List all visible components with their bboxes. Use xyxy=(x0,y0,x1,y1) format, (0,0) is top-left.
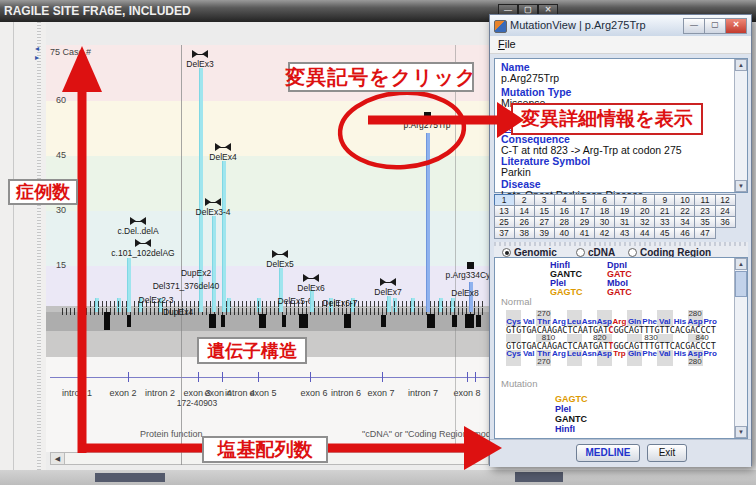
mutation-label[interactable]: DelEx5 xyxy=(266,259,293,269)
deletion-marker-icon[interactable] xyxy=(215,143,231,152)
mutation-label[interactable]: p.Arg275Trp xyxy=(404,120,451,130)
axis-tick xyxy=(310,372,311,382)
deletion-marker-icon[interactable] xyxy=(192,50,208,59)
exon-tab-47[interactable]: 47 xyxy=(694,227,715,239)
medline-button[interactable]: MEDLINE xyxy=(576,444,640,462)
sequence-panel: HinfIDpnIGANTCGATCPleIMboIGAGTCGATC Norm… xyxy=(494,257,748,439)
popup-minimize-button[interactable]: — xyxy=(683,18,705,34)
axis-tick xyxy=(475,372,476,382)
codon-number-row-cell xyxy=(597,358,612,366)
exon-tab-39[interactable]: 39 xyxy=(534,227,555,239)
codon-number-row: 270280 xyxy=(506,358,718,366)
amino-acid-row-mutant-cell: Asn xyxy=(582,350,597,358)
exon-tab-45[interactable]: 45 xyxy=(654,227,675,239)
radio-icon[interactable] xyxy=(576,248,585,257)
annotation-show-detail: 変異詳細情報を表示 xyxy=(511,103,703,135)
amino-acid-row-mutant-cell: Phe xyxy=(642,350,657,358)
mutation-label[interactable]: c.Del..delA xyxy=(117,226,158,236)
exon-mark xyxy=(381,315,386,327)
mutation-label[interactable]: DupEx4 xyxy=(163,307,193,317)
popup-titlebar[interactable]: MutationView | p.Arg275Trp — ▢ ✕ xyxy=(490,15,751,37)
hscroll-left-arrow-icon[interactable]: ◀ xyxy=(51,453,65,464)
exon-tab-36[interactable]: 36 xyxy=(715,216,736,228)
axis-label-exon-7: exon 7 xyxy=(367,388,394,398)
exon-mark xyxy=(452,315,457,327)
mutation-line xyxy=(310,290,314,312)
y-axis-tick-label: 45 xyxy=(56,150,66,160)
mutation-label[interactable]: DupEx2 xyxy=(181,268,211,278)
exon-mark xyxy=(209,314,216,328)
file-menu[interactable]: File xyxy=(490,36,524,52)
exon-tab-37[interactable]: 37 xyxy=(494,227,515,239)
rail-divider xyxy=(13,22,14,470)
axis-label-intron-1: intron 1 xyxy=(62,388,92,398)
exon-mark xyxy=(259,314,266,328)
exon-tab-38[interactable]: 38 xyxy=(514,227,535,239)
codon-number-row-cell xyxy=(567,358,582,366)
mutation-enzyme-text: GANTC xyxy=(555,414,587,424)
mutation-line xyxy=(387,296,391,312)
axis-label-exon-5: exon 5 xyxy=(249,388,276,398)
axis-tick xyxy=(222,372,223,382)
codon-number-row-cell xyxy=(582,358,597,366)
scroll-right-icon[interactable]: ▸ xyxy=(35,54,39,62)
missense-marker-icon[interactable] xyxy=(424,112,431,119)
axis-tick xyxy=(382,372,383,382)
deletion-marker-icon[interactable] xyxy=(272,250,288,259)
info-scrollbar[interactable]: ▲ ▼ xyxy=(734,59,747,192)
scrollbar-thumb[interactable] xyxy=(735,271,747,297)
exon-tab-44[interactable]: 44 xyxy=(634,227,655,239)
exit-button[interactable]: Exit xyxy=(647,444,687,462)
field-value-name: p.Arg275Trp xyxy=(501,72,559,84)
deletion-marker-icon[interactable] xyxy=(130,217,146,226)
mutation-line xyxy=(426,133,430,312)
mutation-label[interactable]: DelEx8 xyxy=(451,288,478,298)
codon-number-row-cell xyxy=(642,358,657,366)
exon-tab-41[interactable]: 41 xyxy=(574,227,595,239)
deletion-marker-icon[interactable] xyxy=(303,274,319,283)
mutation-label[interactable]: DelEx7 xyxy=(374,287,401,297)
annotation-case-count: 症例数 xyxy=(8,179,78,205)
mutation-enzyme-text: PleI xyxy=(555,404,571,414)
enzyme-text: GATC xyxy=(607,287,632,297)
exon-tab-43[interactable]: 43 xyxy=(614,227,635,239)
amino-acid-row-mutant-cell: Asp xyxy=(597,350,612,358)
mutation-label[interactable]: DelEx6-7 xyxy=(323,298,358,308)
deletion-marker-icon[interactable] xyxy=(205,198,221,207)
axis-label-intron-2: intron 2 xyxy=(145,388,175,398)
mutation-label[interactable]: DelEx3 xyxy=(186,59,213,69)
radio-icon[interactable] xyxy=(628,248,637,257)
deletion-marker-icon[interactable] xyxy=(135,239,151,248)
mutation-label[interactable]: Del371_376del40 xyxy=(153,281,220,291)
rail-dotted-strip[interactable] xyxy=(37,22,41,470)
scroll-left-icon[interactable]: ◂ xyxy=(35,45,39,53)
exon-tab-46[interactable]: 46 xyxy=(674,227,695,239)
mutation-line xyxy=(127,258,131,312)
field-value-literature-symbol: Parkin xyxy=(501,166,531,178)
mutation-label[interactable]: c.101_102delAG xyxy=(111,248,174,258)
footnote-left: Protein function xyxy=(140,429,203,439)
deletion-marker-icon[interactable] xyxy=(380,278,396,287)
mutation-label[interactable]: DelEx5-6 xyxy=(278,296,313,306)
exon-mark xyxy=(127,315,131,327)
radio-icon[interactable] xyxy=(502,248,511,257)
mutation-label[interactable]: DelEx3-4 xyxy=(196,207,231,217)
footnote-right: "cDNA" or "Coding Region" mode. xyxy=(362,429,498,439)
exon-tab-42[interactable]: 42 xyxy=(594,227,615,239)
exon-mark xyxy=(344,314,351,328)
exon-tab-40[interactable]: 40 xyxy=(554,227,575,239)
missense-marker-icon[interactable] xyxy=(467,262,474,269)
mutation-label[interactable]: DelEx6 xyxy=(297,283,324,293)
scroll-down-icon[interactable]: ▼ xyxy=(735,426,747,438)
mutation-label[interactable]: DelEx4 xyxy=(209,152,236,162)
mutation-label[interactable]: p.Arg334Cys xyxy=(445,270,494,280)
scroll-up-icon[interactable]: ▲ xyxy=(735,59,747,71)
mutation-label[interactable]: DelEx2-3 xyxy=(139,295,174,305)
popup-close-button[interactable]: ✕ xyxy=(725,18,747,34)
sequence-scrollbar[interactable]: ▲ ▼ xyxy=(734,258,747,438)
mutation-line xyxy=(222,161,226,312)
scroll-down-icon[interactable]: ▼ xyxy=(735,180,747,192)
scroll-up-icon[interactable]: ▲ xyxy=(735,258,747,270)
codon-number-row-cell xyxy=(657,358,672,366)
popup-maximize-button[interactable]: ▢ xyxy=(704,18,726,34)
